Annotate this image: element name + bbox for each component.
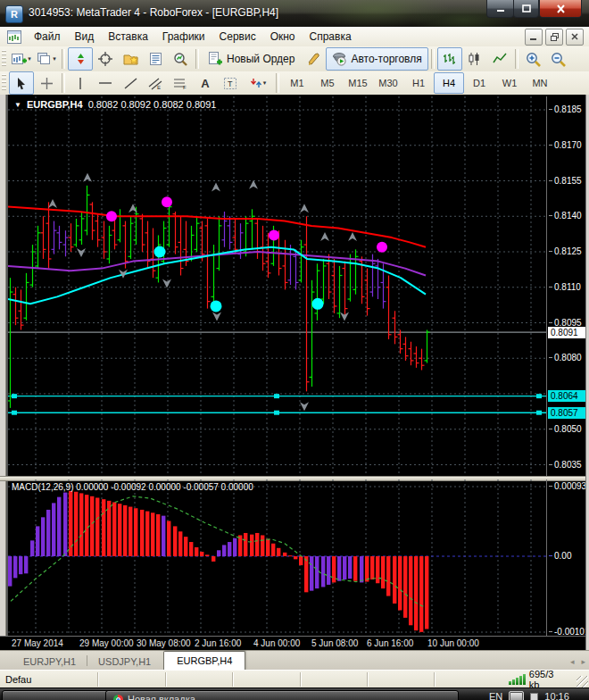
zoom-out-button[interactable] [546,47,571,71]
timeframe-D1[interactable]: D1 [464,72,494,94]
fractal-up-arrow [348,232,357,241]
horizontal-line-button[interactable] [93,71,118,95]
profiles-button[interactable]: ▾ [34,47,59,71]
level-line-handle [274,411,279,415]
timeframe-M5[interactable]: M5 [312,72,343,94]
mdi-minimize-button[interactable] [525,29,543,46]
mdi-close-button[interactable] [566,29,584,46]
app-icon: R [5,5,23,23]
chart-tab-EURGBP,H4[interactable]: EURGBP,H4 [163,651,245,671]
vertical-line-button[interactable] [68,71,93,95]
cyan-signal-dot [312,298,324,310]
timeframe-H4[interactable]: H4 [434,72,464,94]
timeframes-group: M1M5M15M30H1H4D1W1MN [282,72,555,94]
keyboard-icon[interactable] [509,691,524,700]
menu-item-Графики[interactable]: Графики [155,28,212,46]
timeframe-W1[interactable]: W1 [494,72,525,94]
arrows-button[interactable]: ▾ [243,71,273,95]
price-tick-label: 0.8185 [549,104,582,114]
zoom-in-button[interactable] [521,47,546,71]
tabs-scroll-right-button[interactable]: ▸ [577,657,589,671]
magenta-signal-dot [106,211,117,221]
menu-item-Окно[interactable]: Окно [263,28,303,46]
clock[interactable]: 10:16 [544,691,569,700]
window-close-button[interactable] [539,0,582,18]
strategy-tester-button[interactable] [168,47,193,71]
price-tick-label: 0.8080 [549,353,582,362]
timeframe-M1[interactable]: M1 [282,72,312,94]
fibonacci-icon: F [173,77,187,90]
chart-tab-USDJPY,H1[interactable]: USDJPY,H1 [87,654,162,671]
auto-trading-icon [332,52,347,66]
level-price-label: 0.8064 [548,390,585,402]
tray-icon[interactable] [530,693,538,700]
text-label-button[interactable]: T [218,71,243,95]
timeframe-H1[interactable]: H1 [403,72,434,94]
main-chart-canvas[interactable] [8,96,546,476]
status-bar: Defau 695/3 kb [0,670,589,688]
candlestick-style-icon [468,52,481,66]
menu-item-Вид[interactable]: Вид [68,28,102,46]
equidistant-channel-button[interactable]: E [143,71,168,95]
text-button[interactable]: A [193,71,218,95]
new-chart-button[interactable]: ▾ [9,47,34,71]
chart-tab-bar: EURJPY,H1USDJPY,H1EURGBP,H4 ◂ ▸ [0,650,589,671]
macd-canvas[interactable] [8,479,546,636]
time-tick-label: 29 May 00:00 [79,638,134,648]
crosshair-tool-button[interactable] [34,71,59,95]
strategy-tester-icon [173,52,188,66]
window-restore-button[interactable] [513,0,539,18]
system-tray: EN 10:16 [489,691,569,700]
styler-icon [306,52,320,66]
menu-bar: ФайлВидВставкаГрафикиСервисОкноСправка [0,27,589,47]
timeframe-MN[interactable]: MN [525,72,555,94]
menu-item-Файл[interactable]: Файл [27,28,68,46]
toolbar-grip[interactable] [2,50,6,68]
timeframe-M30[interactable]: M30 [373,72,403,94]
time-tick-label: 27 May 2014 [12,638,63,648]
crosshair-button[interactable] [93,47,118,71]
candlestick-style-button[interactable] [462,47,487,71]
bar-chart-style-icon [443,52,456,66]
mdi-restore-button[interactable] [545,29,563,46]
terminal-button[interactable] [143,47,168,71]
timeframe-M15[interactable]: M15 [343,72,373,94]
fractal-up-arrow [320,232,329,241]
trendline-button[interactable] [118,71,143,95]
screen: { "window": { "title": "3014953: MetaTra… [0,0,589,700]
auto-scroll-button[interactable] [68,47,93,71]
fractal-down-arrow [77,248,86,257]
horizontal-line-icon [98,77,112,89]
taskbar-chrome-button[interactable]: Новая вкладка [105,690,459,700]
cursor-button[interactable] [9,71,34,95]
menu-item-Сервис[interactable]: Сервис [212,28,263,46]
styler-button[interactable] [301,47,326,71]
line-chart-style-button[interactable] [487,47,512,71]
toolbar-grip[interactable] [2,74,6,92]
fibonacci-button[interactable]: F [168,71,193,95]
profile-cell[interactable]: Defau [0,672,98,687]
tabs-scroll-left-button[interactable]: ◂ [567,657,578,671]
current-price-label: 0.8091 [548,327,585,338]
menu-item-Вставка[interactable]: Вставка [101,28,155,46]
standard-toolbar: ▾ ▾ Новый Ордер Авто-торговля [0,46,589,72]
favorites-button[interactable] [118,47,143,71]
time-tick-label: 30 May 08:00 [137,638,191,648]
chart-tab-EURJPY,H1[interactable]: EURJPY,H1 [12,654,87,671]
resize-grip[interactable] [577,676,588,688]
taskbar-app-button[interactable]: … [2,690,114,700]
crosshair-tool-icon [40,77,54,90]
fractal-down-arrow [300,402,309,411]
price-tick-label: 0.8170 [549,140,582,150]
bar-chart-style-button[interactable] [437,47,462,71]
fractal-down-arrow [162,279,171,288]
dropdown-arrow-icon: ▾ [263,79,267,87]
new-order-button[interactable]: Новый Ордер [202,47,301,71]
equidistant-channel-icon: E [148,77,162,90]
language-indicator[interactable]: EN [489,691,502,700]
menu-item-Справка[interactable]: Справка [303,28,359,46]
window-minimize-button[interactable] [486,0,514,18]
collapse-triangle-icon[interactable]: ▼ [14,101,21,109]
auto-trading-button[interactable]: Авто-торговля [326,47,427,71]
cyan-signal-dot [211,300,222,312]
